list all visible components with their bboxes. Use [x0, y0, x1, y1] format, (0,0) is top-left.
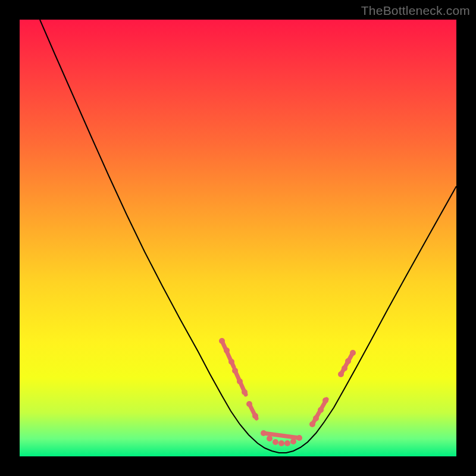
marker-dot: [296, 435, 302, 441]
marker-dot: [252, 413, 258, 419]
marker-dot: [318, 407, 324, 413]
marker-dot: [267, 436, 273, 441]
marker-dot: [228, 359, 234, 365]
marker-dot: [224, 347, 230, 353]
marker-dot: [342, 365, 347, 371]
marker-dot: [309, 421, 315, 427]
watermark-text: TheBottleneck.com: [361, 4, 470, 18]
marker-dot: [322, 397, 328, 403]
marker-dot: [273, 439, 278, 445]
chart-frame: TheBottleneck.com: [0, 0, 476, 476]
marker-dot: [290, 439, 296, 444]
marker-dot: [232, 368, 238, 374]
marker-dot: [219, 338, 225, 344]
chart-svg: [20, 20, 456, 456]
marker-dot: [246, 401, 252, 407]
marker-segments: [222, 341, 353, 438]
marker-dot: [237, 378, 243, 384]
marker-dot: [242, 389, 248, 395]
marker-dot: [338, 371, 344, 377]
chart-plot-area: [20, 20, 456, 456]
marker-dot: [261, 430, 267, 436]
marker-dots: [219, 338, 356, 446]
bottleneck-curve: [40, 20, 456, 453]
marker-dot: [284, 440, 290, 446]
marker-dot: [345, 358, 351, 364]
marker-dot: [278, 440, 284, 446]
marker-dot: [350, 350, 356, 356]
marker-dot: [313, 415, 319, 421]
